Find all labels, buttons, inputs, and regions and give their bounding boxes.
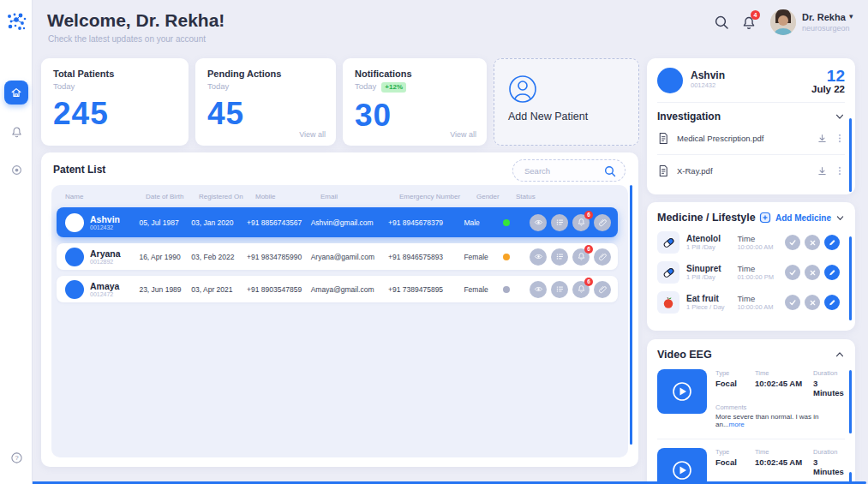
user-avatar[interactable] — [770, 9, 796, 35]
stat-period: Today+12% — [355, 81, 475, 93]
file-item[interactable]: X-Ray.pdf — [657, 164, 845, 177]
file-item[interactable]: Medical Prescription.pdf — [657, 132, 845, 145]
row-dob: 23, Jun 1989 — [139, 285, 191, 294]
file-menu-button[interactable] — [835, 165, 845, 176]
medicine-item: Eat fruit1 Piece / DayTime10:00:00 AM — [657, 291, 845, 314]
play-icon — [671, 380, 693, 403]
sidebar-item-home[interactable] — [4, 81, 28, 105]
medicine-edit-button[interactable] — [824, 235, 840, 250]
patient-attachments-button[interactable] — [594, 281, 611, 298]
medicine-name: Eat fruit — [686, 294, 737, 303]
column-header: Status — [516, 193, 543, 200]
medicine-icon-tile — [657, 291, 679, 314]
table-row[interactable]: Ashvin001243205, Jul 198703, Jan 2020+91… — [57, 207, 618, 237]
more-link[interactable]: more — [729, 421, 745, 428]
left-sidebar: ? — [0, 0, 33, 484]
check-icon — [788, 268, 797, 277]
alert-count-badge: 6 — [584, 245, 593, 254]
app-logo-icon — [6, 11, 27, 32]
svg-text:?: ? — [15, 454, 18, 462]
chevron-down-icon[interactable] — [835, 111, 845, 122]
search-icon[interactable] — [604, 165, 616, 177]
chevron-down-icon[interactable] — [835, 213, 845, 223]
sidebar-item-help[interactable]: ? — [8, 449, 25, 466]
patient-attachments-button[interactable] — [594, 214, 611, 231]
medicine-edit-button[interactable] — [824, 265, 840, 280]
close-icon — [809, 299, 817, 307]
kebab-menu-icon — [835, 133, 845, 144]
medicine-edit-button[interactable] — [824, 295, 840, 310]
view-all-link[interactable]: View all — [299, 130, 326, 139]
document-icon — [657, 164, 669, 177]
patient-list-scrollbar[interactable] — [630, 185, 632, 445]
add-medicine-icon — [759, 212, 771, 224]
time-label: Time — [737, 294, 785, 303]
patient-notes-button[interactable] — [551, 248, 568, 266]
stat-value: 45 — [207, 98, 324, 129]
avatar-image — [770, 9, 796, 35]
user-menu-caret-icon[interactable]: ▾ — [849, 12, 853, 21]
video-play-button[interactable] — [657, 369, 707, 414]
alert-count-badge: 6 — [584, 278, 593, 286]
dashboard: ? Welcome, Dr. Rekha! Check the latest u… — [0, 0, 868, 484]
notes-icon — [555, 284, 565, 294]
patient-attachments-button[interactable] — [594, 248, 611, 266]
table-row[interactable]: Amaya001247223, Jun 198903, Apr 2021+91 … — [57, 276, 618, 302]
row-email: Ashvin@gmail.com — [311, 218, 388, 227]
view-all-link[interactable]: View all — [450, 130, 476, 139]
notes-icon — [555, 218, 565, 227]
search-input[interactable] — [524, 161, 606, 180]
row-mobile: +91 9834785990 — [247, 253, 311, 261]
video-eeg-scrollbar[interactable] — [849, 370, 852, 433]
chevron-up-icon[interactable] — [835, 350, 845, 360]
row-avatar — [65, 248, 84, 266]
search-icon[interactable] — [714, 15, 729, 30]
medicine-scrollbar[interactable] — [849, 236, 852, 320]
row-registered: 03, Feb 2022 — [191, 253, 247, 261]
patient-notes-button[interactable] — [551, 214, 568, 231]
investigation-scrollbar[interactable] — [849, 118, 852, 192]
medicine-done-button[interactable] — [785, 265, 800, 280]
medicine-remove-button[interactable] — [805, 235, 820, 250]
notes-icon — [555, 252, 565, 261]
row-emergency: +91 8945678379 — [388, 218, 464, 227]
download-button[interactable] — [817, 133, 828, 144]
row-gender: Female — [464, 285, 502, 294]
download-button[interactable] — [817, 165, 828, 176]
sidebar-item-settings[interactable] — [8, 161, 25, 178]
time-label: Time — [755, 369, 813, 377]
add-new-patient-button[interactable]: Add New Patient — [494, 58, 639, 146]
row-gender: Male — [464, 218, 502, 227]
page-title: Welcome, Dr. Rekha! — [47, 10, 224, 31]
medicine-done-button[interactable] — [785, 235, 800, 250]
user-name[interactable]: Dr. Rekha — [802, 12, 846, 22]
view-patient-button[interactable] — [530, 214, 547, 231]
view-patient-button[interactable] — [530, 281, 547, 298]
medicine-remove-button[interactable] — [805, 295, 820, 310]
video-play-button[interactable] — [657, 448, 707, 484]
add-medicine-button[interactable]: Add Medicine — [759, 212, 845, 224]
medicine-dose: 1 Piece / Day — [686, 303, 737, 311]
medicine-dose: 1 Pill /Day — [686, 243, 737, 251]
medicine-icon-tile — [657, 231, 679, 254]
row-mobile: +91 8903547859 — [247, 285, 311, 294]
apple-icon — [661, 296, 675, 309]
patient-name: Ashvin — [691, 69, 811, 81]
row-registered: 03, Jan 2020 — [191, 218, 247, 227]
patient-alerts-button[interactable]: 6 — [572, 248, 590, 266]
bell-icon — [577, 284, 586, 294]
patient-notes-button[interactable] — [551, 281, 568, 298]
file-menu-button[interactable] — [835, 133, 845, 144]
medicine-name: Sinupret — [686, 264, 737, 273]
row-dob: 05, Jul 1987 — [139, 218, 191, 227]
table-row[interactable]: Aryana001289216, Apr 199003, Feb 2022+91… — [57, 243, 618, 270]
patient-alerts-button[interactable]: 6 — [572, 214, 590, 231]
video-eeg-list: TypeFocalTime10:02:45 AMDuration3 Minute… — [657, 369, 845, 484]
patient-alerts-button[interactable]: 6 — [572, 281, 590, 298]
sidebar-item-notifications[interactable] — [8, 123, 25, 140]
medicine-icon-tile — [657, 261, 679, 284]
medicine-remove-button[interactable] — [805, 265, 820, 280]
medicine-done-button[interactable] — [785, 295, 800, 310]
view-patient-button[interactable] — [530, 248, 547, 266]
patient-summary-card: Ashvin 0012432 12 July 22 Investigation … — [647, 58, 855, 194]
